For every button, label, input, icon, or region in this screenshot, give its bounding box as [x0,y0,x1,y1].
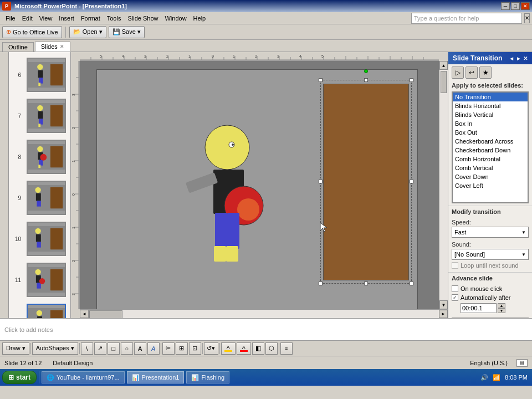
arrow-style-tool[interactable]: ≡ [280,342,293,355]
apply-all-button[interactable]: Apply to All Slides [452,318,529,318]
draw-button[interactable]: Draw ▾ [2,342,29,355]
scroll-down-button[interactable]: ▼ [439,300,448,309]
vertical-scrollbar[interactable]: ▲ ▼ [439,61,448,309]
slide-7-thumb[interactable] [27,99,66,133]
handle-br[interactable] [410,282,413,285]
restore-button[interactable]: □ [511,2,520,10]
handle-bc[interactable] [364,282,368,285]
svg-point-30 [35,228,40,234]
menu-insert[interactable]: Insert [55,14,78,23]
go-to-office-live-button[interactable]: ⊕ Go to Office Live [2,26,62,38]
wordart-tool[interactable]: A [147,342,160,355]
menu-edit[interactable]: Edit [19,14,36,23]
panel-nav-next[interactable]: ► [516,55,521,62]
hscroll-thumb[interactable] [89,310,122,318]
minimize-button[interactable]: ─ [501,2,510,10]
diagram-tool[interactable]: ⊞ [176,342,188,355]
open-button[interactable]: 📂 Open ▾ [69,26,106,38]
handle-ml[interactable] [319,180,323,183]
clip-tool[interactable]: ✂ [162,342,175,355]
scroll-thumb[interactable] [441,71,447,93]
menu-bar: File Edit View Insert Format Tools Slide… [0,12,532,24]
panel-nav-prev[interactable]: ◄ [509,55,514,62]
transition-blinds-v[interactable]: Blinds Vertical [453,110,528,119]
transition-list[interactable]: No Transition Blinds Horizontal Blinds V… [452,92,528,203]
line-tool[interactable]: \ [81,342,93,355]
transition-box-in[interactable]: Box In [453,119,528,128]
handle-mr[interactable] [410,180,413,183]
menu-view[interactable]: View [36,14,56,23]
taskbar-presentation1[interactable]: 📊 Presentation1 [127,371,185,383]
autoshapes-button[interactable]: AutoShapes ▾ [32,342,78,355]
handle-tr[interactable] [410,78,413,82]
menu-format[interactable]: Format [78,14,104,23]
diagram2-tool[interactable]: ⊡ [189,342,201,355]
time-input[interactable] [461,303,497,313]
transition-box-out[interactable]: Box Out [453,128,528,137]
window-controls[interactable]: ─ □ ✕ [501,2,530,10]
save-button[interactable]: 💾 Save ▾ [109,26,145,38]
tab-slides-close[interactable]: ✕ [60,44,64,49]
slide-12-thumb[interactable] [27,304,66,318]
panel-icon-2[interactable]: ↩ [466,66,478,79]
handle-tl[interactable] [319,78,323,82]
transition-comb-h[interactable]: Comb Horizontal [453,155,528,163]
3d-tool[interactable]: ⬡ [265,342,278,355]
menu-help[interactable]: Help [190,14,209,23]
horizontal-scrollbar[interactable]: ◄ ► [80,309,448,318]
scroll-up-button[interactable]: ▲ [439,61,448,70]
start-button[interactable]: ⊞ start [2,371,37,384]
slide-11-thumb[interactable] [27,263,66,297]
rotate-tool[interactable]: ↺▾ [204,342,218,355]
panel-icon-3[interactable]: ★ [479,66,492,79]
text-tool[interactable]: A [134,342,146,355]
slide-9-thumb[interactable] [27,181,66,215]
slide-canvas-area[interactable] [80,61,439,309]
fill-color-tool[interactable]: A [221,342,236,355]
slide-8-thumb[interactable] [27,140,66,174]
transition-no-transition[interactable]: No Transition [453,93,528,101]
shadow-tool[interactable]: ◧ [252,342,264,355]
menu-file[interactable]: File [2,14,19,23]
menu-window[interactable]: Window [161,14,190,23]
sound-row: Sound: [448,240,532,249]
tab-outline[interactable]: Outline [2,42,34,52]
menu-tools[interactable]: Tools [104,14,125,23]
handle-bl[interactable] [319,282,323,285]
tab-slides[interactable]: Slides ✕ [35,42,70,52]
panel-close-icon[interactable]: ✕ [523,55,528,62]
svg-text:5: 5 [100,54,102,58]
time-spin-down[interactable]: ▼ [498,308,505,313]
slide-6-thumb[interactable] [27,58,66,92]
panel-icon-1[interactable]: ▷ [452,66,464,79]
transition-checkerboard-across[interactable]: Checkerboard Across [453,137,528,146]
notes-area[interactable]: Click to add notes [0,318,532,340]
time-spin-up[interactable]: ▲ [498,303,505,308]
scroll-left-button[interactable]: ◄ [80,310,89,318]
slide-10-thumb[interactable] [27,222,66,256]
taskbar-flashing[interactable]: 📊 Flashing [186,371,229,383]
close-button[interactable]: ✕ [521,2,530,10]
transition-cover-down[interactable]: Cover Down [453,172,528,181]
speed-select[interactable]: Fast ▼ [452,227,529,238]
loop-checkbox[interactable] [452,262,458,269]
rect-tool[interactable]: □ [108,342,120,355]
help-search-box[interactable]: Type a question for help [411,13,522,24]
svg-rect-6 [38,83,40,86]
ellipse-tool[interactable]: ○ [121,342,133,355]
help-close-button[interactable]: ✕ [524,13,530,23]
auto-after-checkbox[interactable] [452,294,458,301]
font-color-tool[interactable]: A [237,342,251,355]
scroll-right-button[interactable]: ► [439,310,448,318]
transition-cover-left[interactable]: Cover Left [453,181,528,190]
transition-blinds-h[interactable]: Blinds Horizontal [453,101,528,110]
mouse-click-checkbox[interactable] [452,285,458,292]
menu-slideshow[interactable]: Slide Show [124,14,161,23]
sound-select[interactable]: [No Sound] ▼ [452,249,529,260]
transition-comb-v[interactable]: Comb Vertical [453,163,528,172]
rotate-handle[interactable] [364,69,368,73]
taskbar-youtube[interactable]: 🌐 YouTube - liamturn97... [42,371,125,383]
transition-checkerboard-down[interactable]: Checkerboard Down [453,146,528,155]
arrow-tool[interactable]: ↗ [94,342,106,355]
handle-tc[interactable] [364,78,368,82]
